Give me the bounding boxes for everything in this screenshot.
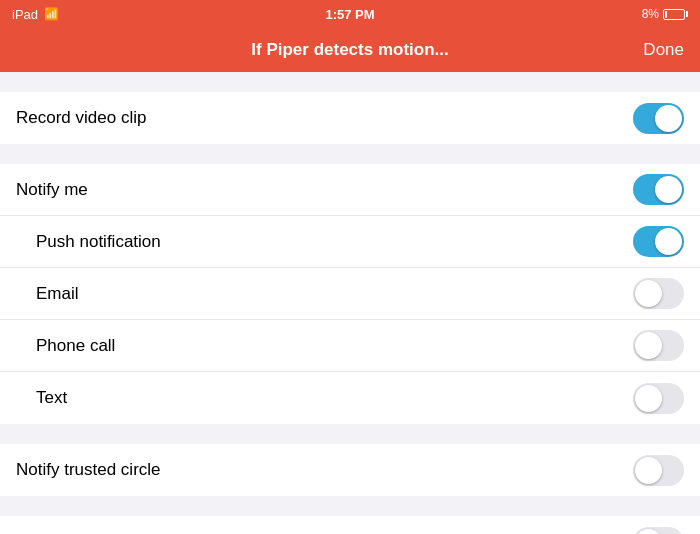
label-push-notification: Push notification [36,232,161,252]
row-notify-me: Notify me [0,164,700,216]
label-email: Email [36,284,79,304]
header: If Piper detects motion... Done [0,28,700,72]
toggle-knob-sound-siren [635,529,662,535]
battery-percentage: 8% [642,7,659,21]
row-record-video-clip: Record video clip [0,92,700,144]
status-bar: iPad 📶 1:57 PM 8% [0,0,700,28]
status-left: iPad 📶 [12,7,59,22]
done-button[interactable]: Done [643,40,684,60]
row-notify-trusted-circle: Notify trusted circle [0,444,700,496]
section-record: Record video clip [0,92,700,144]
toggle-knob-notify-me [655,176,682,203]
row-text: Text [0,372,700,424]
divider-3 [0,496,700,516]
toggle-record-video-clip[interactable] [633,103,684,134]
section-trusted: Notify trusted circle [0,444,700,496]
wifi-icon: 📶 [44,7,59,21]
divider-1 [0,144,700,164]
label-text: Text [36,388,67,408]
label-phone-call: Phone call [36,336,115,356]
toggle-knob-text [635,385,662,412]
section-notify: Notify me Push notification Email Phone … [0,164,700,424]
toggle-knob-push-notification [655,228,682,255]
toggle-knob-trusted-circle [635,457,662,484]
toggle-notify-trusted-circle[interactable] [633,455,684,486]
content: Record video clip Notify me Push notific… [0,72,700,534]
divider-2 [0,424,700,444]
header-title: If Piper detects motion... [251,40,448,60]
label-record-video-clip: Record video clip [16,108,146,128]
toggle-push-notification[interactable] [633,226,684,257]
toggle-knob-phone-call [635,332,662,359]
row-push-notification: Push notification [0,216,700,268]
row-phone-call: Phone call [0,320,700,372]
battery-icon [663,9,688,20]
row-sound-siren: Sound siren [0,516,700,534]
label-notify-trusted-circle: Notify trusted circle [16,460,161,480]
status-right: 8% [642,7,688,21]
toggle-email[interactable] [633,278,684,309]
status-time: 1:57 PM [325,7,374,22]
section-siren: Sound siren [0,516,700,534]
toggle-knob-email [635,280,662,307]
toggle-text[interactable] [633,383,684,414]
toggle-notify-me[interactable] [633,174,684,205]
toggle-knob-record-video-clip [655,105,682,132]
toggle-sound-siren[interactable] [633,527,684,535]
label-notify-me: Notify me [16,180,88,200]
toggle-phone-call[interactable] [633,330,684,361]
carrier-label: iPad [12,7,38,22]
row-email: Email [0,268,700,320]
